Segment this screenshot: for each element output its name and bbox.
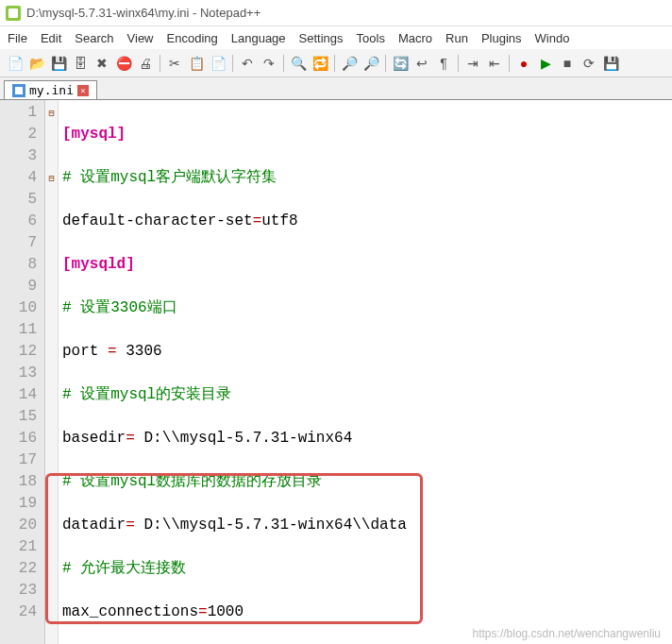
line-number: 21: [0, 536, 37, 558]
fold-gutter: ⊟ ⊟: [45, 100, 59, 644]
code-line: # 设置3306端口: [62, 297, 672, 319]
replace-icon[interactable]: 🔁: [311, 54, 329, 73]
line-number: 22: [0, 558, 37, 580]
toolbar: 📄 📂 💾 🗄 ✖ ⛔ 🖨 ✂ 📋 📄 ↶ ↷ 🔍 🔁 🔎 🔎 🔄 ↩ ¶ ⇥ …: [0, 49, 672, 77]
toolbar-separator: [160, 55, 160, 72]
indent-icon[interactable]: ⇥: [463, 54, 482, 73]
toolbar-separator: [232, 55, 233, 72]
line-number: 7: [0, 232, 37, 254]
file-tab[interactable]: my.ini ×: [4, 80, 97, 99]
file-icon: [12, 84, 25, 97]
save-icon[interactable]: 💾: [49, 54, 68, 73]
sync-icon[interactable]: 🔄: [391, 54, 410, 73]
menu-window[interactable]: Windo: [535, 31, 570, 45]
menu-settings[interactable]: Settings: [299, 31, 344, 45]
titlebar: D:\mysql-5.7.31-winx64\my.ini - Notepad+…: [0, 0, 672, 26]
menu-macro[interactable]: Macro: [398, 31, 432, 45]
code-line: # 设置mysql数据库的数据的存放目录: [62, 471, 672, 493]
cut-icon[interactable]: ✂: [165, 54, 184, 73]
wrap-icon[interactable]: ↩: [412, 54, 431, 73]
line-number: 16: [0, 428, 37, 449]
line-number: 18: [0, 471, 37, 493]
line-number: 20: [0, 515, 37, 536]
line-number: 1: [0, 102, 37, 124]
toolbar-separator: [509, 55, 510, 72]
line-number: 2: [0, 124, 37, 145]
code-area[interactable]: [mysql] # 设置mysql客户端默认字符集 default-charac…: [59, 100, 672, 644]
zoom-in-icon[interactable]: 🔎: [340, 54, 359, 73]
line-number: 17: [0, 449, 37, 471]
code-line: basedir= D:\\mysql-5.7.31-winx64: [62, 428, 672, 449]
repeat-macro-icon[interactable]: ⟳: [580, 54, 598, 73]
toolbar-separator: [458, 55, 459, 72]
code-line: port = 3306: [62, 341, 672, 363]
line-number: 3: [0, 145, 37, 167]
menu-run[interactable]: Run: [445, 31, 468, 45]
code-line: max_connections=1000: [62, 602, 672, 623]
save-macro-icon[interactable]: 💾: [601, 54, 620, 73]
line-number: 24: [0, 602, 37, 623]
close-icon[interactable]: ✖: [92, 54, 111, 73]
open-file-icon[interactable]: 📂: [27, 54, 46, 73]
toolbar-separator: [385, 55, 386, 72]
window-title: D:\mysql-5.7.31-winx64\my.ini - Notepad+…: [26, 6, 260, 20]
code-line: default-character-set=utf8: [62, 211, 672, 232]
copy-icon[interactable]: 📋: [187, 54, 206, 73]
menu-search[interactable]: Search: [75, 31, 113, 45]
tab-label: my.ini: [29, 83, 74, 97]
line-number: 14: [0, 384, 37, 406]
record-macro-icon[interactable]: ●: [514, 54, 533, 73]
menu-edit[interactable]: Edit: [41, 31, 61, 45]
print-icon[interactable]: 🖨: [136, 54, 155, 73]
code-line: datadir= D:\\mysql-5.7.31-winx64\\data: [62, 515, 672, 536]
line-number: 23: [0, 580, 37, 602]
line-number: 8: [0, 254, 37, 276]
toolbar-separator: [334, 55, 335, 72]
menu-plugins[interactable]: Plugins: [481, 31, 522, 45]
fold-minus-icon[interactable]: ⊟: [45, 102, 58, 124]
tab-close-icon[interactable]: ×: [77, 85, 89, 96]
line-number: 19: [0, 493, 37, 515]
zoom-out-icon[interactable]: 🔎: [361, 54, 380, 73]
code-line: # 允许最大连接数: [62, 558, 672, 580]
line-number: 9: [0, 276, 37, 297]
line-number: 12: [0, 341, 37, 363]
code-line: [mysql]: [62, 124, 672, 145]
watermark: https://blog.csdn.net/wenchangwenliu: [473, 627, 661, 640]
outdent-icon[interactable]: ⇤: [485, 54, 504, 73]
menu-language[interactable]: Language: [231, 31, 286, 45]
menu-file[interactable]: File: [8, 31, 27, 45]
menubar: File Edit Search View Encoding Language …: [0, 26, 672, 49]
hidden-chars-icon[interactable]: ¶: [434, 54, 453, 73]
tabbar: my.ini ×: [0, 77, 672, 100]
save-all-icon[interactable]: 🗄: [71, 54, 90, 73]
redo-icon[interactable]: ↷: [260, 54, 278, 73]
menu-view[interactable]: View: [127, 31, 154, 45]
toolbar-separator: [283, 55, 284, 72]
line-number: 10: [0, 297, 37, 319]
line-number: 5: [0, 189, 37, 211]
editor[interactable]: 1 2 3 4 5 6 7 8 9 10 11 12 13 14 15 16 1…: [0, 100, 672, 644]
line-number: 4: [0, 167, 37, 189]
menu-tools[interactable]: Tools: [357, 31, 385, 45]
app-icon: [6, 6, 21, 21]
fold-minus-icon[interactable]: ⊟: [45, 167, 58, 189]
line-number: 11: [0, 319, 37, 341]
line-number: 6: [0, 211, 37, 232]
undo-icon[interactable]: ↶: [238, 54, 257, 73]
code-line: # 设置mysql的安装目录: [62, 384, 672, 406]
line-number-gutter: 1 2 3 4 5 6 7 8 9 10 11 12 13 14 15 16 1…: [0, 100, 45, 644]
line-number: 15: [0, 406, 37, 428]
code-line: [mysqld]: [62, 254, 672, 276]
paste-icon[interactable]: 📄: [209, 54, 227, 73]
line-number: 13: [0, 363, 37, 384]
menu-encoding[interactable]: Encoding: [167, 31, 218, 45]
stop-macro-icon[interactable]: ■: [558, 54, 577, 73]
code-line: # 设置mysql客户端默认字符集: [62, 167, 672, 189]
play-macro-icon[interactable]: ▶: [536, 54, 555, 73]
find-icon[interactable]: 🔍: [289, 54, 308, 73]
close-all-icon[interactable]: ⛔: [114, 54, 133, 73]
new-file-icon[interactable]: 📄: [6, 54, 25, 73]
